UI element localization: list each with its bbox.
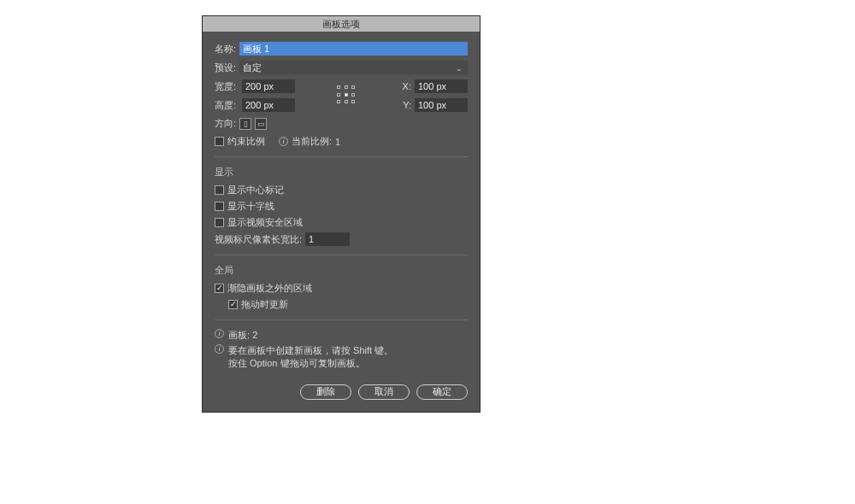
name-label: 名称: (215, 43, 236, 56)
y-label: Y: (399, 100, 411, 110)
drag-update-label: 拖动时更新 (241, 298, 288, 311)
artboard-count-value: 2 (252, 330, 257, 340)
constrain-row: 约束比例 i 当前比例: 1 (215, 135, 468, 148)
y-input[interactable] (415, 98, 468, 112)
show-safe-label: 显示视频安全区域 (227, 216, 303, 229)
orientation-row: 方向: ▯ ▭ (215, 117, 468, 130)
divider (215, 156, 468, 157)
divider (215, 319, 468, 320)
info-tip-1: 要在画板中创建新画板，请按 Shift 键。 (228, 345, 393, 355)
show-center-label: 显示中心标记 (227, 184, 284, 196)
global-section-title: 全局 (215, 264, 468, 277)
fade-label: 渐隐画板之外的区域 (227, 282, 312, 295)
info-tip-2: 按住 Option 键拖动可复制画板。 (228, 358, 365, 368)
dialog-title: 画板选项 (322, 18, 360, 31)
show-cross-checkbox[interactable] (215, 202, 224, 211)
preset-label: 预设: (215, 62, 236, 74)
name-row: 名称: (215, 42, 468, 56)
preset-row: 预设: 自定 ⌄ (215, 61, 468, 74)
pixel-aspect-input[interactable] (305, 232, 350, 246)
show-safe-checkbox[interactable] (215, 218, 224, 227)
height-label: 高度: (215, 99, 239, 112)
drag-update-checkbox[interactable] (228, 300, 238, 309)
info-icon: i (279, 137, 288, 146)
divider (215, 255, 468, 255)
ok-button[interactable]: 确定 (416, 384, 468, 400)
info-icon: i (215, 344, 224, 354)
display-section-title: 显示 (215, 166, 468, 179)
x-label: X: (399, 81, 411, 91)
width-input[interactable] (242, 79, 295, 93)
reference-point-grid[interactable] (337, 85, 357, 106)
height-input[interactable] (242, 98, 295, 112)
artboard-count-label: 画板: (228, 330, 250, 340)
chevron-down-icon: ⌄ (456, 64, 463, 73)
landscape-button[interactable]: ▭ (255, 118, 267, 130)
info-icon: i (215, 329, 224, 338)
show-center-checkbox[interactable] (215, 185, 224, 195)
preset-value: 自定 (243, 62, 262, 74)
current-ratio-label: 当前比例: (292, 135, 332, 148)
preset-dropdown[interactable]: 自定 ⌄ (239, 61, 468, 74)
x-input[interactable] (415, 79, 468, 93)
name-input[interactable] (239, 42, 468, 56)
constrain-checkbox[interactable] (215, 137, 224, 146)
current-ratio-value: 1 (335, 137, 340, 147)
pixel-aspect-label: 视频标尺像素长宽比: (215, 233, 302, 246)
width-label: 宽度: (215, 80, 239, 93)
artboard-options-dialog: 画板选项 名称: 预设: 自定 ⌄ 宽度: 高度: (202, 15, 481, 413)
constrain-label: 约束比例 (227, 135, 265, 148)
delete-button[interactable]: 删除 (300, 384, 351, 400)
cancel-button[interactable]: 取消 (358, 384, 410, 400)
dialog-titlebar: 画板选项 (203, 16, 480, 32)
show-cross-label: 显示十字线 (227, 200, 274, 213)
portrait-button[interactable]: ▯ (239, 118, 251, 130)
fade-checkbox[interactable] (215, 284, 224, 293)
orientation-label: 方向: (215, 117, 236, 130)
